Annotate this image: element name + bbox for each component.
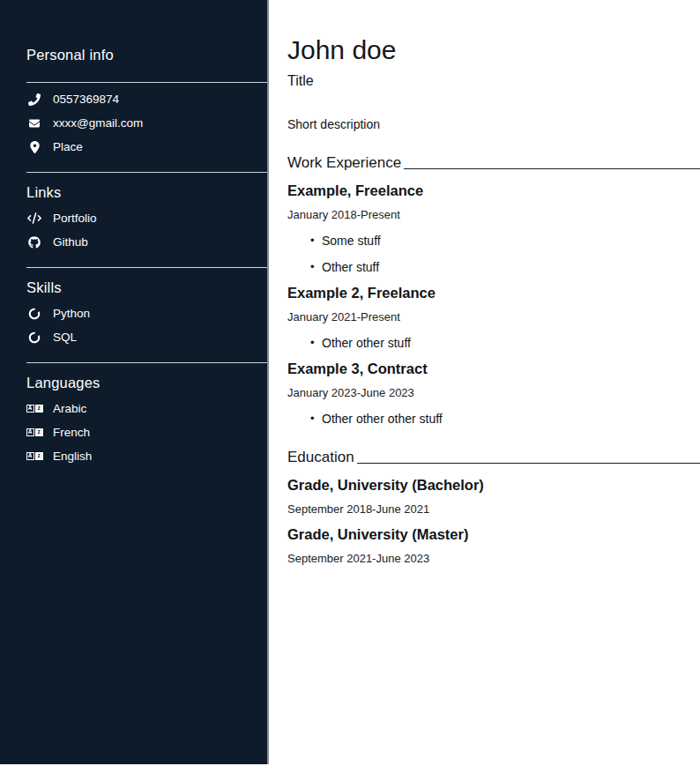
- personal-info-list: 0557369874 xxxx@gmail.com Place: [26, 92, 267, 154]
- language-label: French: [53, 425, 90, 440]
- section-heading-education: Education: [287, 448, 700, 467]
- work-entry-bullets: Other other other stuff: [287, 411, 700, 427]
- work-entry-title: Example 2, Freelance: [287, 284, 700, 302]
- skill-item: SQL: [26, 330, 267, 345]
- language-icon: Az: [26, 450, 42, 463]
- bullet-item: Other stuff: [310, 259, 700, 275]
- language-label: Arabic: [53, 401, 86, 416]
- language-item: Az French: [26, 425, 267, 440]
- work-entry-bullets: Some stuff Other stuff: [287, 233, 700, 275]
- education-entry-date: September 2021-June 2023: [287, 551, 700, 566]
- sidebar-divider: [26, 267, 267, 268]
- education-entry-title: Grade, University (Master): [287, 525, 700, 544]
- github-link-label: Github: [53, 234, 88, 249]
- portfolio-link-label: Portfolio: [53, 211, 97, 226]
- links-list: Portfolio Github: [26, 211, 267, 249]
- sidebar-section-title-skills: Skills: [26, 279, 267, 297]
- bullet-item: Some stuff: [310, 233, 700, 249]
- skill-label: SQL: [53, 330, 77, 345]
- education-entry-title: Grade, University (Bachelor): [287, 476, 700, 495]
- sidebar-section-title-personal-info: Personal info: [26, 46, 267, 64]
- work-entry-title: Example 3, Contract: [287, 360, 700, 378]
- section-heading-work-experience: Work Experience: [287, 153, 700, 173]
- work-entry-title: Example, Freelance: [287, 182, 700, 200]
- skill-item: Python: [26, 306, 267, 321]
- code-icon: [26, 212, 42, 225]
- contact-row-email: xxxx@gmail.com: [26, 115, 267, 130]
- map-pin-icon: [26, 140, 42, 153]
- language-icon: Az: [26, 402, 42, 415]
- circle-notch-icon: [26, 307, 42, 320]
- contact-row-place: Place: [26, 139, 267, 154]
- bullet-item: Other other other stuff: [310, 411, 700, 427]
- phone-number: 0557369874: [53, 92, 119, 107]
- languages-list: Az Arabic Az French Az English: [26, 401, 267, 464]
- circle-notch-icon: [26, 331, 42, 344]
- language-label: English: [53, 449, 92, 464]
- summary-text: Short description: [287, 116, 700, 132]
- sidebar-divider: [26, 172, 267, 173]
- sidebar-section-title-languages: Languages: [26, 374, 267, 392]
- envelope-icon: [26, 116, 42, 130]
- person-name: John doe: [287, 35, 700, 65]
- section-heading-rule: [357, 463, 700, 464]
- section-heading-label: Work Experience: [287, 153, 401, 173]
- link-item-portfolio[interactable]: Portfolio: [26, 211, 267, 226]
- bullet-item: Other other stuff: [310, 335, 700, 351]
- email-address: xxxx@gmail.com: [53, 115, 143, 130]
- section-heading-rule: [404, 168, 700, 169]
- github-icon: [26, 235, 42, 249]
- language-item: Az English: [26, 449, 267, 464]
- skills-list: Python SQL: [26, 306, 267, 345]
- language-item: Az Arabic: [26, 401, 267, 416]
- sidebar-divider: [26, 362, 267, 363]
- section-heading-label: Education: [287, 448, 354, 467]
- work-entry-date: January 2023-June 2023: [287, 385, 700, 400]
- link-item-github[interactable]: Github: [26, 234, 267, 249]
- contact-row-phone: 0557369874: [26, 92, 267, 107]
- sidebar: Personal info 0557369874 xxxx@gmail.com …: [0, 0, 269, 764]
- phone-icon: [26, 93, 42, 106]
- place-label: Place: [53, 139, 83, 154]
- work-entry-date: January 2021-Present: [287, 309, 700, 324]
- person-title: Title: [287, 72, 700, 90]
- sidebar-divider: [26, 82, 267, 83]
- language-icon: Az: [26, 426, 42, 439]
- sidebar-section-title-links: Links: [26, 183, 267, 202]
- education-entry-date: September 2018-June 2021: [287, 502, 700, 517]
- resume-main: John doe Title Short description Work Ex…: [269, 0, 700, 766]
- skill-label: Python: [53, 306, 90, 321]
- work-entry-date: January 2018-Present: [287, 207, 700, 222]
- work-entry-bullets: Other other stuff: [287, 335, 700, 351]
